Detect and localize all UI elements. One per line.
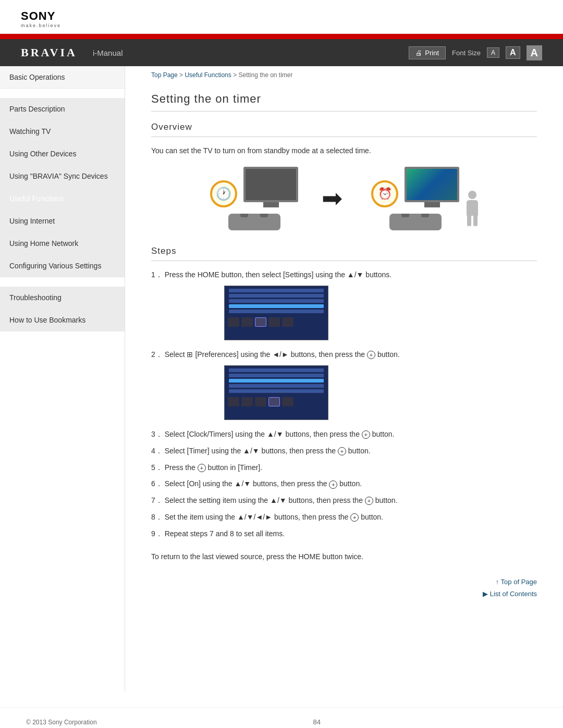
ss2-row1: [229, 368, 324, 372]
step-5-text: Press the + button in [Timer].: [165, 463, 262, 472]
ss2-icon-4: [268, 397, 280, 406]
sidebar-item-parts-description[interactable]: Parts Description: [0, 98, 125, 120]
step-5: 5． Press the + button in [Timer].: [151, 462, 537, 474]
imanual-label: i-Manual: [93, 48, 123, 57]
font-small-button[interactable]: A: [487, 47, 499, 58]
person-leg-right: [473, 216, 478, 226]
soundbar-after: [389, 214, 442, 230]
ss1-row5: [229, 310, 324, 313]
overview-heading: Overview: [151, 122, 537, 137]
person-silhouette: [467, 191, 478, 226]
step-1: 1． Press the HOME button, then select [S…: [151, 269, 537, 281]
step-8-num: 8．: [151, 513, 163, 521]
breadcrumb-current: Setting the on timer: [238, 71, 292, 79]
copyright: © 2013 Sony Corporation: [26, 719, 97, 726]
nav-bar: BRAVIA i-Manual 🖨 Print Font Size A A A: [0, 39, 563, 66]
scene-after-group: ⏰: [366, 167, 478, 230]
breadcrumb-useful-functions[interactable]: Useful Functions: [185, 71, 231, 79]
step-2-text: Select ⊞ [Preferences] using the ◄/► but…: [165, 350, 400, 359]
list-of-contents-link[interactable]: ▶ List of Contents: [483, 590, 537, 598]
tv-after: [405, 167, 459, 207]
breadcrumb-sep2: >: [233, 71, 238, 79]
tv-base-before: [263, 202, 279, 207]
step-2-num: 2．: [151, 350, 163, 359]
arrow-icon: ➡: [322, 186, 342, 211]
breadcrumb-top-page[interactable]: Top Page: [151, 71, 178, 79]
sidebar-item-using-internet[interactable]: Using Internet: [0, 210, 125, 232]
screenshot-1: [224, 286, 328, 340]
step-7: 7． Select the setting item using the ▲/▼…: [151, 495, 537, 507]
step-9-text: Repeat steps 7 and 8 to set all items.: [165, 529, 285, 538]
sidebar-item-using-home-network[interactable]: Using Home Network: [0, 232, 125, 255]
soundbar-foot-4: [421, 214, 429, 217]
person-head: [468, 191, 476, 199]
content-area: Top Page > Useful Functions > Setting th…: [125, 66, 563, 692]
btn-sym-7: +: [365, 497, 373, 505]
ss1-icon-5: [282, 317, 293, 327]
page-title: Setting the on timer: [151, 83, 537, 112]
font-large-button[interactable]: A: [527, 45, 542, 60]
ss1-row2: [229, 294, 324, 298]
breadcrumb: Top Page > Useful Functions > Setting th…: [151, 66, 537, 83]
ss2-icon-5: [282, 397, 293, 406]
header: SONY make.believe BRAVIA i-Manual 🖨 Prin…: [0, 0, 563, 66]
ss2-icon-2: [241, 397, 253, 406]
sidebar-item-using-other-devices[interactable]: Using Other Devices: [0, 143, 125, 165]
ss2-row4: [229, 384, 324, 388]
return-text: To return to the last viewed source, pre…: [151, 551, 537, 562]
btn-sym-8: +: [350, 513, 359, 522]
steps-section: Steps 1． Press the HOME button, then sel…: [151, 246, 537, 562]
step-2: 2． Select ⊞ [Preferences] using the ◄/► …: [151, 349, 537, 361]
step-7-num: 7．: [151, 496, 163, 504]
sidebar-item-bravia-sync[interactable]: Using "BRAVIA" Sync Devices: [0, 165, 125, 188]
steps-heading: Steps: [151, 246, 537, 261]
btn-sym-3: +: [362, 430, 370, 439]
person-legs: [467, 216, 478, 226]
tv-screen-after: [407, 169, 457, 200]
btn-sym-6: +: [329, 480, 337, 489]
ss2-icon-1: [228, 397, 239, 406]
tv-monitor-before: [243, 167, 298, 202]
soundbar-feet-before: [228, 214, 280, 217]
print-icon: 🖨: [415, 49, 422, 57]
step-3-num: 3．: [151, 430, 163, 438]
step-8-text: Set the item using the ▲/▼/◄/► buttons, …: [165, 513, 383, 521]
tv-base-after: [424, 202, 440, 207]
ss1-icon-2: [241, 317, 253, 327]
sidebar-item-troubleshooting[interactable]: Troubleshooting: [0, 287, 125, 309]
top-of-page-link[interactable]: ↑ Top of Page: [496, 578, 537, 586]
ss1-row3: [229, 299, 324, 303]
sidebar-item-basic-operations[interactable]: Basic Operations: [0, 66, 125, 89]
ss2-icon-3: [255, 397, 266, 406]
sidebar-item-configuring-settings[interactable]: Configuring Various Settings: [0, 255, 125, 277]
font-medium-button[interactable]: A: [506, 46, 520, 59]
step-3-text: Select [Clock/Timers] using the ▲/▼ butt…: [165, 430, 395, 438]
nav-links-container: ↑ Top of Page ▶ List of Contents: [483, 578, 537, 598]
tv-screen-before: [246, 169, 296, 200]
person-leg-left: [467, 216, 471, 226]
step-3: 3． Select [Clock/Timers] using the ▲/▼ b…: [151, 428, 537, 441]
bravia-logo: BRAVIA: [21, 46, 77, 59]
sony-tagline: make.believe: [21, 23, 542, 28]
sidebar: Basic Operations Parts Description Watch…: [0, 66, 125, 692]
page-nav-links: ↑ Top of Page ▶ List of Contents: [151, 578, 537, 598]
print-button[interactable]: 🖨 Print: [409, 46, 446, 59]
sidebar-item-bookmarks[interactable]: How to Use Bookmarks: [0, 309, 125, 331]
sidebar-item-watching-tv[interactable]: Watching TV: [0, 120, 125, 143]
page-number: 84: [313, 718, 321, 726]
soundbar-foot-2: [260, 214, 268, 217]
ss1-icon-3: [255, 317, 266, 327]
ss1-icon-4: [268, 317, 280, 327]
step-4-num: 4．: [151, 447, 163, 455]
ss1-icons-row: [225, 315, 328, 329]
font-size-label: Font Size: [452, 49, 481, 57]
ss2-row3-selected: [229, 379, 324, 382]
step-9-num: 9．: [151, 529, 163, 538]
screenshot-2: [224, 365, 328, 420]
sidebar-item-useful-functions[interactable]: Useful Functions: [0, 188, 125, 210]
step-7-text: Select the setting item using the ▲/▼ bu…: [165, 496, 398, 504]
btn-sym-2: +: [367, 351, 375, 359]
step-6-text: Select [On] using the ▲/▼ buttons, then …: [165, 479, 362, 488]
tv-monitor-after: [405, 167, 459, 202]
step-1-num: 1．: [151, 270, 163, 279]
